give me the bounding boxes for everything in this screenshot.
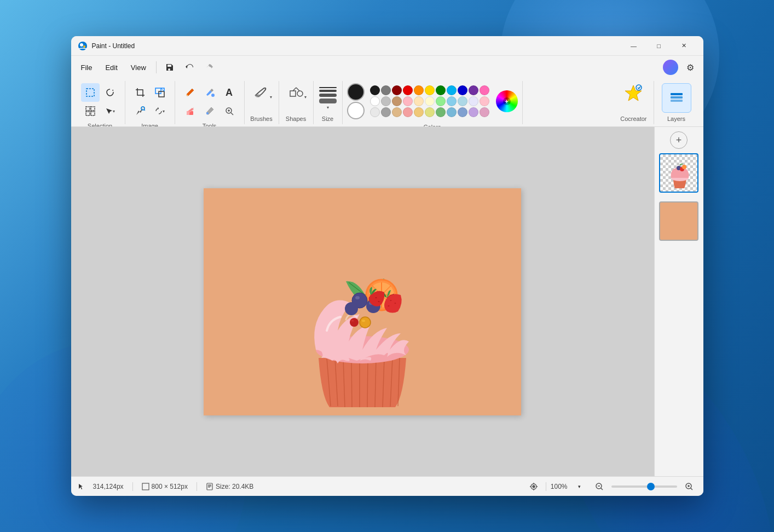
canvas-image[interactable] — [204, 188, 521, 415]
color-dot[interactable] — [370, 85, 380, 95]
color-dot[interactable] — [425, 85, 435, 95]
settings-button[interactable]: ⚙ — [681, 59, 699, 76]
brushes-group: ▾ Brushes — [245, 81, 279, 124]
zoom-slider[interactable] — [611, 485, 677, 488]
minimize-button[interactable]: — — [621, 37, 646, 55]
color-dot[interactable] — [447, 107, 457, 117]
color-dot[interactable] — [414, 96, 424, 106]
maximize-button[interactable]: □ — [646, 37, 672, 55]
size-thickest[interactable] — [319, 99, 337, 103]
colors-label: Colors — [424, 122, 441, 127]
color-dot[interactable] — [403, 107, 413, 117]
color-dot[interactable] — [425, 107, 435, 117]
crop-tool[interactable] — [131, 83, 149, 102]
svg-line-33 — [351, 358, 352, 407]
zoom-level-display: 100% — [551, 483, 568, 490]
color-dot[interactable] — [436, 107, 446, 117]
add-layer-button[interactable]: + — [670, 131, 688, 149]
shapes-rows: ▾ — [285, 83, 308, 113]
status-separator-2 — [197, 482, 197, 491]
color-dot[interactable] — [381, 85, 391, 95]
layers-group[interactable]: Layers — [654, 81, 699, 124]
color-dot[interactable] — [480, 85, 489, 95]
zoom-thumb[interactable] — [647, 483, 655, 490]
layer-1-thumbnail[interactable] — [659, 153, 698, 193]
color-dot[interactable] — [447, 96, 457, 106]
secondary-color-swatch[interactable] — [347, 102, 365, 119]
color-dot[interactable] — [392, 85, 402, 95]
eraser-tool[interactable] — [181, 102, 199, 120]
rotate-tool[interactable]: ▾ — [151, 102, 169, 120]
select-all-tool[interactable] — [81, 102, 100, 120]
undo-button[interactable] — [181, 59, 198, 76]
color-palette — [370, 85, 489, 117]
color-dot[interactable] — [403, 96, 413, 106]
select-rect-tool[interactable] — [81, 83, 100, 102]
close-button[interactable]: ✕ — [672, 37, 697, 55]
color-picker-button[interactable]: + — [496, 90, 518, 112]
color-dot[interactable] — [381, 96, 391, 106]
redo-button[interactable] — [200, 59, 218, 76]
color-dot[interactable] — [469, 96, 478, 106]
svg-point-70 — [682, 165, 686, 169]
ribbon-spacer — [523, 81, 614, 124]
color-picker-tool[interactable] — [200, 102, 219, 120]
fill-tool[interactable] — [200, 83, 219, 102]
zoom-tool[interactable] — [220, 102, 239, 120]
selection-group: ▾ Selection — [76, 81, 125, 124]
save-button[interactable] — [161, 59, 178, 76]
primary-color-swatch[interactable] — [347, 83, 365, 101]
svg-point-21 — [297, 91, 303, 96]
menu-edit[interactable]: Edit — [100, 61, 123, 74]
menu-right: ⚙ — [663, 59, 699, 76]
color-dot[interactable] — [370, 107, 380, 117]
color-dot[interactable] — [436, 85, 446, 95]
color-dot[interactable] — [480, 96, 489, 106]
layers-button[interactable] — [662, 83, 691, 113]
selection-label: Selection — [88, 120, 112, 127]
color-dot[interactable] — [392, 96, 402, 106]
magic-select-tool[interactable] — [131, 102, 149, 120]
pencil-tool[interactable] — [181, 83, 199, 102]
color-dot[interactable] — [469, 85, 478, 95]
color-dot[interactable] — [381, 107, 391, 117]
text-tool[interactable]: A — [220, 83, 239, 102]
shapes-tool[interactable]: ▾ — [285, 83, 308, 101]
zoom-in-button[interactable] — [681, 479, 697, 494]
color-dot[interactable] — [469, 107, 478, 117]
zoom-out-button[interactable] — [592, 479, 607, 494]
color-dot[interactable] — [458, 107, 467, 117]
svg-rect-26 — [671, 100, 683, 102]
color-dot[interactable] — [414, 85, 424, 95]
color-dot[interactable] — [414, 107, 424, 117]
select-arrow-tool[interactable]: ▾ — [101, 102, 119, 120]
brush-tool[interactable]: ▾ — [250, 83, 273, 101]
tools-top-row: A — [181, 83, 239, 102]
layer-2-thumbnail[interactable] — [659, 201, 698, 241]
brushes-label: Brushes — [250, 113, 272, 122]
color-dot[interactable] — [403, 85, 413, 95]
color-dot[interactable] — [458, 85, 467, 95]
size-medium[interactable] — [319, 90, 337, 92]
resize-image-tool[interactable] — [151, 83, 169, 102]
color-dot[interactable] — [458, 96, 467, 106]
svg-line-22 — [293, 88, 296, 91]
app-window: Paint - Untitled — □ ✕ File Edit View — [71, 36, 703, 496]
menu-file[interactable]: File — [76, 61, 98, 74]
colors-group: + Colors — [343, 81, 523, 124]
screen-capture-button[interactable] — [526, 479, 541, 494]
select-freeform-tool[interactable] — [101, 83, 119, 102]
size-thick[interactable] — [319, 94, 337, 97]
color-dot[interactable] — [447, 85, 457, 95]
color-dot[interactable] — [436, 96, 446, 106]
color-dot[interactable] — [370, 96, 380, 106]
size-thin[interactable] — [319, 87, 337, 88]
cocreator-group[interactable]: Cocreator — [614, 81, 654, 124]
color-dot[interactable] — [480, 107, 489, 117]
zoom-dropdown-button[interactable]: ▾ — [572, 479, 587, 494]
user-avatar[interactable] — [663, 60, 678, 75]
menu-view[interactable]: View — [125, 61, 152, 74]
color-dot[interactable] — [425, 96, 435, 106]
selection-bottom-row: ▾ — [81, 102, 119, 120]
color-dot[interactable] — [392, 107, 402, 117]
